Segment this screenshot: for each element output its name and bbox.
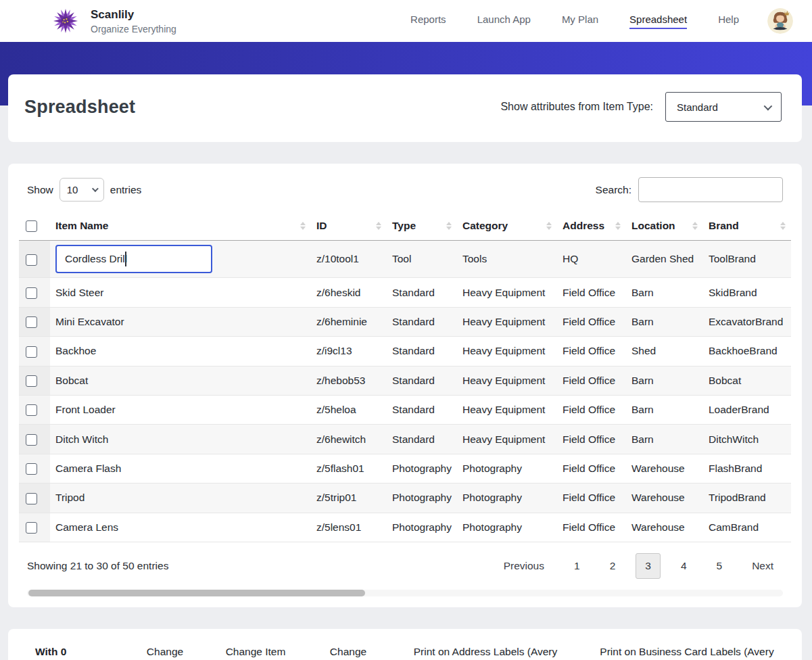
pagination-page-4[interactable]: 4 bbox=[671, 553, 696, 579]
table-row: Camera Flashz/5flash01PhotographyPhotogr… bbox=[19, 454, 791, 483]
row-checkbox[interactable] bbox=[26, 404, 37, 416]
cell-type: Photography bbox=[387, 484, 457, 513]
cell-id: z/6heminie bbox=[311, 307, 387, 336]
print-business-card-labels-button[interactable]: Print on Business Card Labels (Avery 887… bbox=[592, 644, 782, 660]
cell-item-name: Backhoe bbox=[50, 337, 311, 366]
cell-type: Standard bbox=[387, 337, 457, 366]
print-address-labels-button[interactable]: Print on Address Labels (Avery 5160) bbox=[406, 644, 565, 660]
page-length-value: 10 bbox=[67, 184, 78, 195]
column-header-brand[interactable]: Brand bbox=[703, 213, 791, 241]
cell-category: Photography bbox=[457, 513, 557, 542]
row-select-cell bbox=[19, 484, 50, 513]
cell-location: Shed bbox=[626, 337, 703, 366]
select-all-checkbox[interactable] bbox=[26, 220, 37, 232]
row-checkbox[interactable] bbox=[26, 254, 37, 266]
column-header-category[interactable]: Category bbox=[457, 213, 557, 241]
page-length-select[interactable]: 10 bbox=[59, 178, 104, 202]
sort-icon[interactable] bbox=[546, 222, 552, 230]
nav-reports[interactable]: Reports bbox=[410, 14, 446, 29]
sort-icon[interactable] bbox=[780, 222, 786, 230]
horizontal-scrollbar-thumb[interactable] bbox=[28, 590, 365, 596]
change-item-type-button[interactable]: Change Item Type bbox=[220, 644, 291, 660]
brand-name: Scanlily bbox=[91, 7, 176, 22]
brand[interactable]: Scanlily Organize Everything bbox=[53, 7, 176, 34]
cell-type: Photography bbox=[387, 454, 457, 483]
nav-launch-app[interactable]: Launch App bbox=[477, 14, 531, 29]
change-category-button[interactable]: Change Category bbox=[137, 644, 193, 660]
pagination-page-3-current[interactable]: 3 bbox=[636, 553, 661, 579]
pagination-next[interactable]: Next bbox=[742, 553, 783, 579]
item-type-select[interactable]: Standard bbox=[665, 92, 782, 122]
row-checkbox[interactable] bbox=[26, 434, 37, 446]
column-label: Location bbox=[631, 220, 675, 232]
cell-brand: TripodBrand bbox=[703, 484, 791, 513]
column-header-location[interactable]: Location bbox=[626, 213, 703, 241]
cell-brand: FlashBrand bbox=[703, 454, 791, 483]
nav-help[interactable]: Help bbox=[718, 14, 739, 29]
row-select-cell bbox=[19, 307, 50, 336]
page-title: Spreadsheet bbox=[24, 97, 135, 118]
sort-icon[interactable] bbox=[300, 222, 306, 230]
table-header: Item Name ID Type Category Address bbox=[19, 213, 791, 241]
row-checkbox[interactable] bbox=[26, 493, 37, 504]
page-length-control: Show 10 entries bbox=[27, 178, 141, 202]
sort-icon[interactable] bbox=[376, 222, 381, 230]
column-header-address[interactable]: Address bbox=[557, 213, 626, 241]
column-label: Type bbox=[392, 220, 416, 232]
cell-address: Field Office bbox=[557, 307, 626, 336]
pagination-page-5[interactable]: 5 bbox=[707, 553, 732, 579]
brand-tagline: Organize Everything bbox=[91, 24, 176, 34]
select-all-cell bbox=[19, 213, 50, 241]
cell-address: Field Office bbox=[557, 278, 626, 307]
cell-item-name: Front Loader bbox=[50, 396, 311, 425]
row-select-cell bbox=[19, 366, 50, 395]
change-location-button[interactable]: Change Location bbox=[318, 644, 379, 660]
cell-location: Barn bbox=[626, 278, 703, 307]
table-row: Backhoez/i9cl13StandardHeavy EquipmentFi… bbox=[19, 337, 791, 366]
cell-address: HQ bbox=[557, 241, 626, 278]
cell-id: z/5lens01 bbox=[311, 513, 387, 542]
item-name-input[interactable] bbox=[55, 245, 212, 273]
row-checkbox[interactable] bbox=[26, 463, 37, 475]
chevron-down-icon bbox=[764, 101, 773, 110]
cell-address: Field Office bbox=[557, 396, 626, 425]
row-checkbox[interactable] bbox=[26, 375, 37, 387]
search-control: Search: bbox=[596, 177, 783, 202]
row-checkbox[interactable] bbox=[26, 346, 37, 358]
column-label: ID bbox=[316, 220, 327, 232]
column-header-type[interactable]: Type bbox=[387, 213, 457, 241]
item-type-control: Show attributes from Item Type: Standard bbox=[500, 92, 782, 122]
column-label: Item Name bbox=[55, 220, 108, 232]
column-header-item-name[interactable]: Item Name bbox=[50, 213, 311, 241]
cell-category: Heavy Equipment bbox=[457, 307, 557, 336]
cell-item-name: Tripod bbox=[50, 484, 311, 513]
row-select-cell bbox=[19, 396, 50, 425]
cell-item-name bbox=[50, 241, 311, 278]
row-checkbox[interactable] bbox=[26, 316, 37, 328]
pagination-page-2[interactable]: 2 bbox=[600, 553, 625, 579]
cell-item-name: Skid Steer bbox=[50, 278, 311, 307]
item-type-value: Standard bbox=[677, 101, 718, 113]
cell-category: Heavy Equipment bbox=[457, 425, 557, 454]
cell-id: z/5trip01 bbox=[311, 484, 387, 513]
pagination-page-1[interactable]: 1 bbox=[565, 553, 590, 579]
sort-icon[interactable] bbox=[615, 222, 621, 230]
cell-type: Standard bbox=[387, 278, 457, 307]
row-checkbox[interactable] bbox=[26, 287, 37, 299]
table-row: Mini Excavatorz/6heminieStandardHeavy Eq… bbox=[19, 307, 791, 336]
table-header-row: Item Name ID Type Category Address bbox=[19, 213, 791, 241]
nav-spreadsheet[interactable]: Spreadsheet bbox=[629, 14, 687, 29]
search-input[interactable] bbox=[638, 177, 783, 202]
sort-icon[interactable] bbox=[446, 222, 452, 230]
sort-icon[interactable] bbox=[692, 222, 698, 230]
cell-address: Field Office bbox=[557, 454, 626, 483]
user-avatar[interactable] bbox=[767, 8, 793, 34]
entries-label: entries bbox=[110, 184, 142, 196]
cell-item-name: Camera Flash bbox=[50, 454, 311, 483]
row-checkbox[interactable] bbox=[26, 522, 37, 534]
nav-my-plan[interactable]: My Plan bbox=[562, 14, 598, 29]
column-header-id[interactable]: ID bbox=[311, 213, 387, 241]
horizontal-scrollbar-track[interactable] bbox=[27, 590, 783, 596]
pagination-previous[interactable]: Previous bbox=[494, 553, 554, 579]
table-row: Ditch Witchz/6hewitchStandardHeavy Equip… bbox=[19, 425, 791, 454]
